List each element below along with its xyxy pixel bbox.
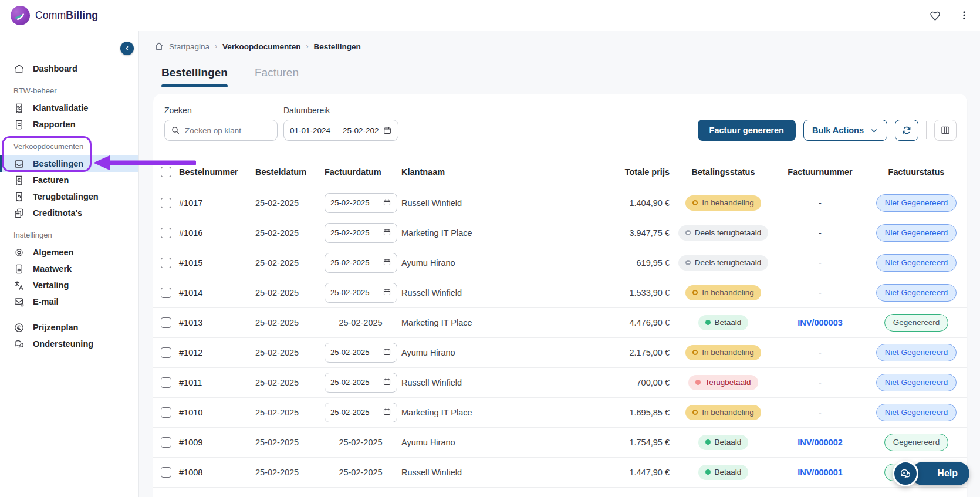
sidebar-item-prijzenplan[interactable]: Prijzenplan [0, 319, 138, 336]
invoice-date-input[interactable]: 25-02-2025 [325, 223, 397, 243]
favorite-heart-icon[interactable] [928, 8, 942, 23]
total-price: 1.754,95 € [629, 438, 670, 447]
total-price: 1.447,90 € [629, 468, 670, 477]
invoice-date-input[interactable]: 25-02-2025 [325, 253, 397, 273]
payment-status-badge: Betaald [698, 465, 749, 480]
kebab-menu-icon[interactable] [958, 8, 971, 22]
sidebar-item-rapporten[interactable]: Rapporten [0, 116, 138, 133]
report-icon [13, 119, 25, 130]
sidebar-item-vertaling[interactable]: Vertaling [0, 277, 138, 293]
sidebar-item-creditnota-s[interactable]: Creditnota's [0, 205, 138, 221]
sidebar-item-bestellingen[interactable]: Bestellingen [0, 155, 138, 172]
orders-table: Bestelnummer Besteldatum Factuurdatum Kl… [153, 156, 967, 488]
table-row: #100825-02-202525-02-2025Russell Winfiel… [153, 457, 967, 487]
table-row: #101225-02-202525-02-2025Ayumu Hirano2.1… [153, 337, 967, 367]
date-range-label: Datumbereik [283, 106, 398, 115]
sidebar-item-dashboard[interactable]: Dashboard [0, 60, 138, 77]
invoice-number-empty: - [819, 228, 822, 238]
generate-invoice-button[interactable]: Factuur genereren [698, 120, 796, 141]
refund-receipt-icon [13, 191, 25, 202]
select-all-checkbox[interactable] [161, 167, 171, 177]
search-input[interactable] [185, 126, 267, 135]
status-dot-icon [692, 350, 698, 355]
invoice-number-link[interactable]: INV/000003 [797, 318, 843, 327]
total-price: 1.404,90 € [629, 198, 670, 208]
sidebar-item-ondersteuning[interactable]: Ondersteuning [0, 336, 138, 352]
row-checkbox[interactable] [161, 317, 171, 328]
row-checkbox[interactable] [161, 437, 171, 448]
invoice-status-pill: Niet Gegenereerd [876, 254, 957, 272]
breadcrumb-verkoopdocumenten[interactable]: Verkoopdocumenten [222, 42, 301, 51]
invoice-date-input[interactable]: 25-02-2025 [325, 283, 397, 303]
chevron-down-icon [870, 126, 878, 135]
order-date: 25-02-2025 [255, 348, 299, 357]
invoice-number-link[interactable]: INV/000002 [797, 438, 843, 447]
app-logo[interactable]: CommBilling [11, 6, 98, 25]
order-number: #1013 [179, 318, 202, 327]
refresh-button[interactable] [895, 120, 918, 141]
invoice-date-value: 25-02-2025 [330, 228, 370, 237]
order-date: 25-02-2025 [255, 378, 299, 387]
invoice-date: 25-02-2025 [339, 438, 382, 447]
sidebar-collapse-button[interactable] [120, 42, 134, 55]
date-range-input[interactable]: 01-01-2024 — 25-02-202 [283, 120, 398, 141]
total-price: 1.695,85 € [629, 408, 670, 417]
columns-icon [940, 125, 951, 136]
column-settings-button[interactable] [934, 120, 957, 141]
col-totale-prijs: Totale prijs [540, 156, 672, 188]
row-checkbox[interactable] [161, 467, 171, 478]
bulk-actions-button[interactable]: Bulk Actions [803, 120, 887, 141]
row-checkbox[interactable] [161, 377, 171, 388]
order-number: #1010 [179, 408, 202, 417]
invoice-number-empty: - [819, 378, 822, 387]
calendar-icon [383, 228, 391, 238]
sidebar-item-label: Creditnota's [33, 208, 82, 218]
table-row: #101525-02-202525-02-2025Ayumu Hirano619… [153, 248, 967, 278]
row-checkbox[interactable] [161, 347, 171, 358]
sidebar-item-label: Rapporten [33, 120, 76, 129]
row-checkbox[interactable] [161, 228, 171, 238]
table-header-row: Bestelnummer Besteldatum Factuurdatum Kl… [153, 156, 967, 188]
sidebar-item-maatwerk[interactable]: Maatwerk [0, 261, 138, 277]
help-button[interactable]: Help [911, 462, 969, 485]
table-row: #101625-02-202525-02-2025Marketing IT Pl… [153, 218, 967, 248]
gear-icon [13, 247, 25, 258]
status-dot-icon [695, 380, 701, 385]
col-bestelnummer: Bestelnummer [177, 156, 253, 188]
invoice-status-pill: Niet Gegenereerd [876, 404, 957, 421]
sidebar-item-algemeen[interactable]: Algemeen [0, 244, 138, 261]
search-field [164, 120, 278, 141]
invoice-date-value: 25-02-2025 [330, 408, 370, 417]
order-date: 25-02-2025 [255, 408, 299, 417]
row-checkbox[interactable] [161, 407, 171, 418]
invoice-date-input[interactable]: 25-02-2025 [325, 193, 397, 213]
sidebar-item-facturen[interactable]: Facturen [0, 172, 138, 188]
sidebar-section-header: BTW-beheer [0, 86, 138, 96]
status-dot-icon [685, 260, 691, 265]
col-factuurnummer: Factuurnummer [775, 156, 866, 188]
customer-name: Russell Winfield [401, 288, 462, 297]
row-checkbox[interactable] [161, 288, 171, 298]
invoice-number-link[interactable]: INV/000001 [797, 468, 843, 477]
row-checkbox[interactable] [161, 258, 171, 268]
sidebar-item-terugbetalingen[interactable]: Terugbetalingen [0, 188, 138, 205]
breadcrumb-startpagina[interactable]: Startpagina [169, 42, 209, 51]
custom-doc-icon [13, 263, 25, 275]
invoice-date-input[interactable]: 25-02-2025 [325, 343, 397, 363]
calendar-icon [383, 377, 391, 388]
row-checkbox[interactable] [161, 198, 171, 208]
euro-circle-icon [13, 322, 25, 333]
topbar: CommBilling [0, 0, 980, 31]
sidebar-item-e-mail[interactable]: E-mail [0, 293, 138, 310]
invoice-date-input[interactable]: 25-02-2025 [325, 403, 397, 422]
order-date: 25-02-2025 [255, 258, 299, 268]
tab-facturen[interactable]: Facturen [255, 66, 299, 87]
customer-name: Marketing IT Place [401, 228, 472, 238]
payment-status-badge: In behandeling [685, 195, 761, 211]
sidebar-nav: DashboardBTW-beheerKlantvalidatieRapport… [0, 31, 138, 352]
sidebar-item-klantvalidatie[interactable]: Klantvalidatie [0, 100, 138, 116]
breadcrumb-separator: › [215, 42, 217, 50]
invoice-date-input[interactable]: 25-02-2025 [325, 373, 397, 393]
payment-status-badge: Deels terugbetaald [678, 225, 768, 241]
tab-bestellingen[interactable]: Bestellingen [161, 66, 228, 87]
